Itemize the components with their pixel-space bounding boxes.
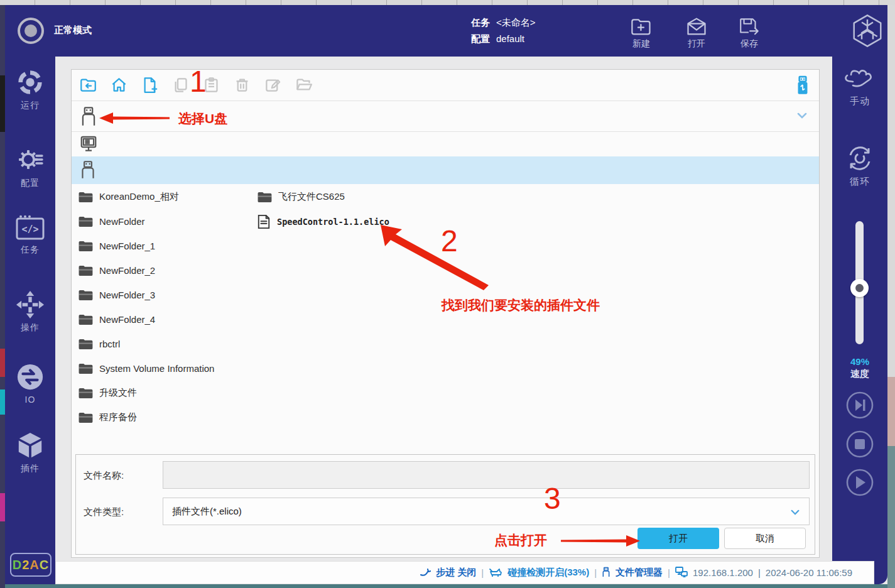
speed-percent: 49% [832,356,887,367]
network-icon [675,567,688,579]
sidebar-label: 手动 [832,95,887,107]
open-button-label: 打开 [669,533,688,545]
code-window-icon: </> [5,215,55,241]
file-manager-status[interactable]: 文件管理器 [616,567,663,579]
loop-arrows-icon [832,143,887,173]
step-status[interactable]: 步进 关闭 [436,567,476,579]
folder-icon [257,191,272,203]
play-button[interactable] [845,467,875,498]
file-row[interactable]: System Volume Information [78,356,266,381]
file-row[interactable]: 程序备份 [78,405,254,430]
new-task-label: 新建 [621,38,662,50]
sidebar-label: 任务 [5,244,55,256]
file-name: 升级文件 [99,387,137,399]
chevron-down-icon [790,507,800,518]
open-task-button[interactable]: 打开 [676,16,717,50]
status-bar: 步进 关闭 | 碰撞检测开启(33%) | 文件管理器 | 192.168.1.… [55,561,874,584]
annotation-step-3: 3 [544,484,561,514]
rename-button[interactable] [264,77,281,94]
desktop-edge-fragment [0,75,5,132]
speed-label: 速度 [832,368,887,380]
file-type-select[interactable]: 插件文件(*.elico) [163,498,810,525]
save-task-button[interactable]: 保存 [729,16,770,50]
file-name-input[interactable] [163,461,810,489]
sidebar-label: 运行 [5,100,55,111]
sidebar-label: IO [5,395,55,405]
step-forward-button[interactable] [845,390,875,420]
file-row[interactable]: NewFolder_3 [78,283,254,307]
desktop-top-strip [0,0,895,5]
open-folder-button[interactable] [295,77,312,94]
folder-icon [78,411,93,423]
sidebar-item-io[interactable]: IO [5,362,55,405]
task-config-info: 任务<未命名> 配置default [471,14,536,47]
collision-status[interactable]: 碰撞检测开启(33%) [507,567,589,579]
sidebar-item-config[interactable]: 配置 [5,144,55,189]
back-folder-button[interactable] [80,77,97,94]
annotation-arrow-open-button [561,533,640,548]
save-floppy-icon [729,16,770,36]
open-task-label: 打开 [676,38,717,50]
sidebar-label: 操作 [5,322,55,334]
sidebar-item-task[interactable]: </> 任务 [5,215,55,256]
sidebar-item-manual[interactable]: 手动 [832,65,887,107]
move-cross-icon [5,290,55,319]
usb-drive-icon[interactable] [795,75,811,98]
file-row[interactable]: NewFolder_2 [78,258,254,283]
file-name: NewFolder_2 [99,265,155,276]
desktop-edge-fragment [0,349,5,377]
file-name: NewFolder_4 [99,314,155,325]
annotation-click-open-text: 点击打开 [494,531,547,549]
desktop-right-fragment [887,377,895,446]
annotation-select-usb-text: 选择U盘 [178,110,227,128]
d2ac-badge[interactable]: D 2 A C [10,553,52,577]
new-document-button[interactable] [141,77,158,94]
sidebar-label: 循环 [832,176,887,188]
mode-indicator-icon[interactable] [18,18,44,44]
svg-text:</>: </> [21,224,38,235]
file-row[interactable]: NewFolder_1 [78,234,254,258]
task-label: 任务 [471,17,490,28]
file-name: System Volume Information [99,363,214,374]
file-icon [257,214,271,229]
sidebar-item-plugin[interactable]: 插件 [5,431,55,474]
file-row[interactable]: 升级文件 [78,381,254,405]
file-row[interactable]: rbctrl [78,332,254,356]
file-type-value: 插件文件(*.elico) [172,506,242,518]
config-value: default [496,33,524,44]
cancel-button-label: 取消 [756,533,774,545]
sidebar-item-run[interactable]: 运行 [5,68,55,111]
cube-icon [5,431,55,460]
annotation-step-1: 1 [190,67,207,97]
file-name-label: 文件名称: [84,470,124,482]
open-button[interactable]: 打开 [637,528,719,549]
sidebar-item-loop[interactable]: 循环 [832,143,887,188]
left-sidebar: 运行 配置 </> [5,57,55,584]
file-toolbar [72,70,819,101]
right-sidebar: 手动 循环 49% 速度 [832,57,887,584]
speed-slider-thumb[interactable] [850,279,869,297]
file-type-label: 文件类型: [84,506,124,518]
new-folder-plus-icon [621,16,662,36]
cancel-button[interactable]: 取消 [724,528,806,549]
usb-drive-icon [80,106,97,129]
file-row[interactable]: NewFolder_4 [78,307,254,332]
drive-option-usb-selected[interactable] [72,156,819,184]
io-swap-icon [5,362,55,391]
delete-button[interactable] [234,77,251,94]
badge-letter: 2 [22,558,30,572]
task-value: <未命名> [496,17,536,28]
copy-button[interactable] [172,77,189,94]
file-row[interactable]: NewFolder [78,209,254,234]
home-button[interactable] [111,77,127,94]
file-row[interactable]: 飞行文件CS625 [257,185,445,209]
new-task-button[interactable]: 新建 [621,16,662,50]
file-name: KoreanDemo_相对 [99,191,179,203]
drive-option-computer[interactable] [72,132,819,156]
file-name: 飞行文件CS625 [278,191,345,203]
stop-button[interactable] [845,429,875,459]
file-row[interactable]: KoreanDemo_相对 [78,185,254,209]
folder-icon [78,215,93,227]
config-label: 配置 [471,33,490,44]
sidebar-item-operate[interactable]: 操作 [5,290,55,334]
